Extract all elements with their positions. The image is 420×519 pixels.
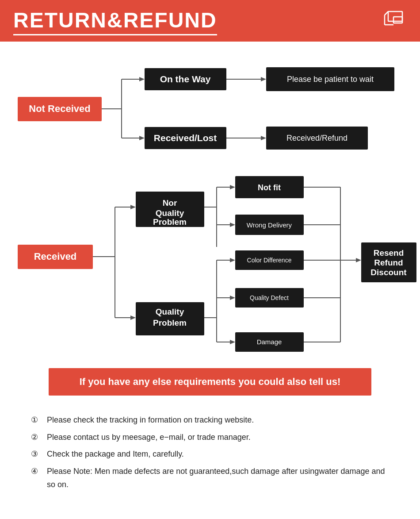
svg-text:Resend: Resend: [374, 248, 404, 258]
svg-text:Quality Defect: Quality Defect: [250, 294, 289, 301]
svg-text:On the Way: On the Way: [160, 74, 211, 84]
svg-marker-43: [230, 185, 235, 189]
svg-text:Wrong Delivery: Wrong Delivery: [247, 221, 292, 229]
svg-text:Not Received: Not Received: [29, 103, 90, 114]
svg-rect-1: [393, 17, 402, 23]
svg-text:Discount: Discount: [370, 268, 407, 277]
list-num-2: ②: [31, 431, 42, 444]
svg-marker-10: [139, 77, 145, 81]
diagram1: Not Received On the Way Please be patien…: [13, 55, 407, 154]
page-title: RETURN&REFUND: [13, 8, 217, 35]
svg-marker-36: [130, 315, 136, 320]
list-text-4: Please Note: Men made defects are not gu…: [47, 465, 389, 492]
list-item: ④ Please Note: Men made defects are not …: [31, 465, 389, 492]
svg-text:Damage: Damage: [257, 338, 282, 346]
svg-marker-14: [261, 77, 266, 81]
svg-marker-71: [356, 258, 361, 262]
svg-marker-30: [130, 205, 136, 209]
footer-banner: If you have any else requirements you co…: [49, 368, 371, 396]
svg-marker-47: [230, 223, 235, 227]
svg-marker-22: [261, 136, 266, 140]
svg-text:Quality: Quality: [156, 307, 184, 316]
list-text-1: Please check the tracking in formation o…: [47, 413, 389, 427]
svg-marker-57: [230, 296, 235, 300]
header-icon: [380, 11, 407, 33]
list-text-3: Check the package and Item, carefully.: [47, 447, 389, 461]
header: RETURN&REFUND: [0, 0, 420, 42]
svg-text:Refund: Refund: [374, 258, 403, 267]
svg-text:Nor: Nor: [163, 198, 177, 208]
list-text-2: Please contact us by meesage, e−mail, or…: [47, 431, 389, 444]
svg-text:Please be patient to wait: Please be patient to wait: [287, 75, 374, 84]
svg-text:Received/Refund: Received/Refund: [286, 134, 347, 142]
list-item: ② Please contact us by meesage, e−mail, …: [31, 431, 389, 444]
svg-text:Problem: Problem: [153, 318, 187, 327]
footer-banner-text: If you have any else requirements you co…: [80, 376, 341, 387]
diagram2: Received Nor Quality Problem Quality Pro…: [13, 167, 407, 359]
svg-marker-61: [230, 340, 235, 344]
list-num-3: ③: [31, 447, 42, 461]
svg-marker-18: [139, 136, 145, 140]
svg-text:Received: Received: [34, 251, 77, 262]
list-item: ③ Check the package and Item, carefully.: [31, 447, 389, 461]
list-num-1: ①: [31, 413, 42, 427]
svg-text:Problem: Problem: [153, 217, 187, 227]
list-num-4: ④: [31, 465, 42, 478]
svg-text:Not fit: Not fit: [258, 183, 281, 192]
svg-text:Quality: Quality: [156, 208, 184, 218]
svg-marker-53: [230, 258, 235, 262]
bottom-list: ① Please check the tracking in formation…: [13, 404, 407, 504]
svg-text:Received/Lost: Received/Lost: [154, 133, 217, 143]
main-content: Not Received On the Way Please be patien…: [0, 42, 420, 517]
list-item: ① Please check the tracking in formation…: [31, 413, 389, 427]
svg-text:Color Difference: Color Difference: [247, 257, 292, 264]
